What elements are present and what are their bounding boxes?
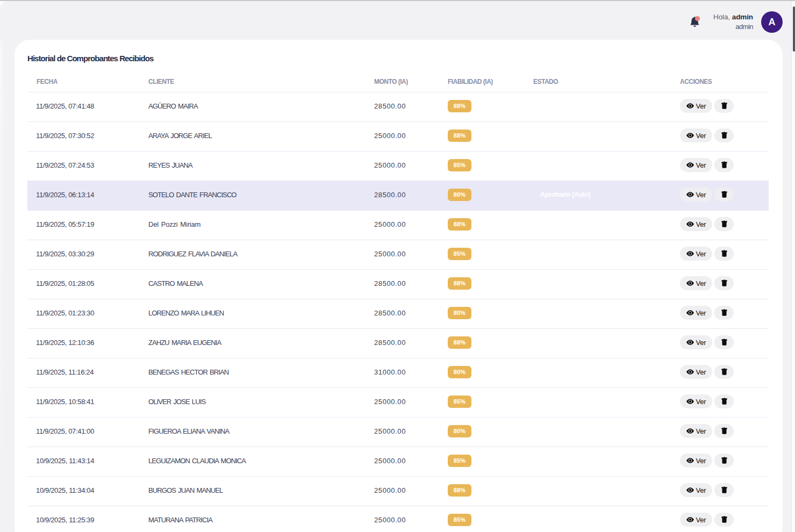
delete-button[interactable] [714, 394, 734, 408]
view-button[interactable]: Ver [680, 217, 712, 231]
eye-icon [686, 102, 694, 110]
table-row: 10/9/2025, 11:43:14 LEGUIZAMON CLAUDIA M… [27, 447, 769, 476]
delete-button[interactable] [714, 158, 734, 172]
delete-button[interactable] [714, 454, 734, 468]
delete-button[interactable] [714, 247, 734, 261]
view-button-label: Ver [696, 279, 706, 287]
cell-acciones: Ver [680, 91, 734, 120]
fiabilidad-badge: 85% [448, 396, 471, 408]
cell-fiabilidad: 88% [448, 476, 471, 505]
eye-icon [686, 457, 694, 464]
trash-icon [721, 309, 728, 317]
cell-cliente: ZAHZU MARIA EUGENIA [148, 328, 221, 357]
greeting-prefix: Hola, [713, 13, 730, 21]
table-row: 10/9/2025, 11:25:39 MATURANA PATRICIA 25… [27, 506, 769, 532]
delete-button[interactable] [714, 128, 734, 142]
table-row: 11/9/2025, 11:16:24 BENEGAS HECTOR BRIAN… [27, 358, 769, 387]
view-button[interactable]: Ver [680, 158, 712, 172]
view-button[interactable]: Ver [680, 394, 712, 408]
fiabilidad-badge: 88% [448, 484, 471, 497]
delete-button[interactable] [714, 335, 734, 349]
cell-fiabilidad: 80% [448, 298, 471, 327]
cell-cliente: BENEGAS HECTOR BRIAN [148, 357, 228, 386]
cell-cliente: RODRIGUEZ FLAVIA DANIELA [148, 239, 237, 268]
view-button-label: Ver [696, 368, 706, 376]
trash-icon [721, 368, 728, 376]
eye-icon [686, 516, 694, 523]
cell-fecha: 11/9/2025, 12:10:36 [36, 328, 94, 357]
view-button[interactable]: Ver [680, 454, 712, 468]
delete-button[interactable] [714, 483, 734, 497]
delete-button[interactable] [714, 217, 734, 231]
trash-icon [721, 250, 728, 257]
delete-button[interactable] [714, 365, 734, 379]
eye-icon [686, 220, 694, 228]
cell-fiabilidad: 88% [448, 328, 471, 357]
eye-icon [686, 309, 694, 317]
cell-acciones: Ver [680, 210, 734, 239]
trash-icon [721, 161, 728, 169]
view-button[interactable]: Ver [680, 513, 712, 527]
fiabilidad-badge: 80% [448, 189, 471, 201]
page-title: Historial de Comprobantes Recibidos [27, 54, 153, 63]
view-button[interactable]: Ver [680, 365, 712, 379]
view-button[interactable]: Ver [680, 335, 712, 349]
view-button-label: Ver [696, 132, 706, 140]
fiabilidad-badge: 88% [448, 218, 471, 231]
cell-monto: 28500.00 [374, 298, 406, 327]
cell-fecha: 11/9/2025, 06:13:14 [36, 180, 94, 209]
table-row: 11/9/2025, 05:57:19 Del Pozzi Miriam 250… [27, 210, 769, 240]
user-info[interactable]: Hola, admin admin [713, 12, 753, 32]
eye-icon [686, 191, 694, 198]
view-button[interactable]: Ver [680, 99, 712, 113]
cell-fecha: 11/9/2025, 01:28:05 [36, 269, 94, 298]
delete-button[interactable] [714, 424, 734, 438]
view-button[interactable]: Ver [680, 247, 712, 261]
user-role: admin [713, 22, 753, 32]
greeting-username: admin [732, 13, 753, 21]
view-button[interactable]: Ver [680, 483, 712, 497]
trash-icon [721, 132, 728, 139]
cell-monto: 25000.00 [374, 505, 406, 532]
history-card: Historial de Comprobantes Recibidos FECH… [15, 40, 783, 532]
avatar[interactable]: A [761, 11, 783, 33]
view-button[interactable]: Ver [680, 128, 712, 142]
view-button-label: Ver [696, 161, 706, 169]
view-button-label: Ver [696, 191, 706, 199]
notifications-button[interactable] [690, 16, 700, 28]
trash-icon [721, 486, 728, 494]
view-button[interactable]: Ver [680, 188, 712, 202]
delete-button[interactable] [714, 188, 734, 202]
cell-fiabilidad: 80% [448, 180, 471, 209]
topbar: Hola, admin admin A [0, 0, 791, 40]
fiabilidad-badge: 85% [448, 159, 471, 171]
view-button-label: Ver [696, 457, 706, 465]
cell-acciones: Ver [680, 446, 734, 475]
cell-fecha: 11/9/2025, 07:30:52 [36, 121, 94, 150]
cell-fecha: 11/9/2025, 07:41:48 [36, 91, 94, 120]
cell-acciones: Ver [680, 357, 734, 386]
cell-acciones: Ver [680, 269, 734, 298]
column-header-estado: ESTADO [533, 78, 558, 85]
fiabilidad-badge: 88% [448, 277, 471, 290]
delete-button[interactable] [714, 99, 734, 113]
view-button-label: Ver [696, 220, 706, 228]
column-header-cliente: CLIENTE [148, 78, 174, 85]
view-button-label: Ver [696, 486, 706, 494]
delete-button[interactable] [714, 513, 734, 527]
cell-monto: 28500.00 [374, 328, 406, 357]
scrollbar-track[interactable] [791, 1, 795, 532]
view-button[interactable]: Ver [680, 424, 712, 438]
view-button-label: Ver [696, 427, 706, 435]
fiabilidad-badge: 80% [448, 307, 471, 319]
cell-monto: 25000.00 [374, 446, 406, 475]
view-button[interactable]: Ver [680, 276, 712, 290]
trash-icon [721, 398, 728, 405]
cell-monto: 25000.00 [374, 210, 406, 239]
fiabilidad-badge: 88% [448, 130, 471, 142]
cell-fiabilidad: 85% [448, 505, 471, 532]
delete-button[interactable] [714, 306, 734, 320]
delete-button[interactable] [714, 276, 734, 290]
scrollbar-thumb[interactable] [793, 6, 795, 52]
view-button[interactable]: Ver [680, 306, 712, 320]
